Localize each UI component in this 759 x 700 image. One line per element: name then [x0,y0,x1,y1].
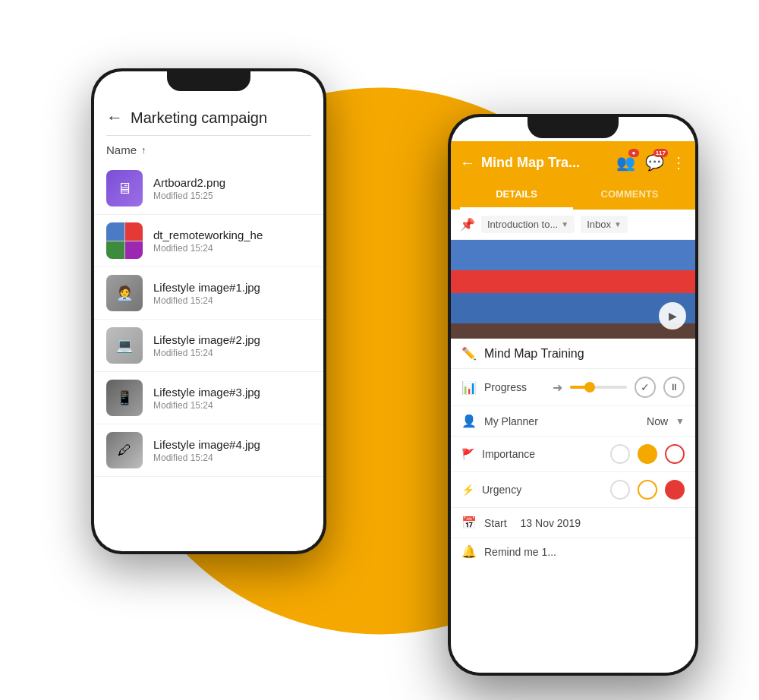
edit-icon: ✏️ [461,346,477,361]
notch-right [528,117,619,138]
importance-row: 🚩 Importance [451,437,695,472]
urgency-option-orange[interactable] [638,480,657,500]
chevron-down-icon: ▼ [561,220,568,229]
file-modified: Modified 15:24 [153,348,311,358]
app-header-row: ← Mind Map Tra... 👥 ● 💬 117 ⋮ [460,147,686,181]
remind-label: Remind me 1... [484,546,556,558]
planner-icon: 👤 [461,414,477,428]
lifestyle-icon: 💻 [116,337,133,354]
list-item[interactable]: dt_remoteworking_he Modified 15:24 [94,215,323,267]
phone-right: ← Mind Map Tra... 👥 ● 💬 117 ⋮ [448,114,698,676]
planner-row: 👤 My Planner Now ▼ [451,406,695,437]
bell-icon: 🔔 [461,544,477,559]
file-thumbnail: 💻 [106,327,143,364]
lightning-icon: ⚡ [461,484,474,496]
comments-badge: 117 [653,149,668,157]
pause-icon: ⏸ [669,382,679,393]
urgency-label: Urgency [482,484,603,496]
header-back-button[interactable]: ← [460,154,475,172]
play-button[interactable]: ▶ [659,302,686,330]
file-name: Lifestyle image#1.jpg [153,281,311,294]
importance-option-orange[interactable] [638,444,657,464]
monitor-icon: 🖥 [117,180,132,197]
task-image: ▶ [451,240,695,339]
importance-option-empty[interactable] [610,444,630,464]
remind-row: 🔔 Remind me 1... [451,538,695,565]
file-name: Artboard2.png [153,176,311,189]
progress-icon: 📊 [461,380,477,395]
details-content: 📌 Introduction to... ▼ Inbox ▼ [451,210,695,673]
file-info: dt_remoteworking_he Modified 15:24 [153,229,311,254]
phone-left-screen: ← Marketing campaign Name ↑ 🖥 Artboard2. [94,71,323,551]
book-illustration [451,240,695,339]
progress-check-button[interactable]: ✓ [635,377,656,398]
planner-value: Now [647,415,668,427]
chevron-down-icon[interactable]: ▼ [676,416,685,427]
file-modified: Modified 15:24 [153,452,311,463]
phone-left: ← Marketing campaign Name ↑ 🖥 Artboard2. [91,68,326,554]
file-info: Lifestyle image#4.jpg Modified 15:24 [153,438,311,463]
file-thumbnail: 🧑‍💼 [106,275,143,311]
file-info: Lifestyle image#3.jpg Modified 15:24 [153,386,311,411]
name-column-label: Name [106,143,137,156]
importance-label: Importance [482,448,603,460]
users-button[interactable]: 👥 ● [613,150,638,175]
calendar-icon: 📅 [461,516,477,530]
progress-pause-button[interactable]: ⏸ [663,377,685,398]
list-item[interactable]: 📱 Lifestyle image#3.jpg Modified 15:24 [94,372,323,424]
lifestyle-icon: 🧑‍💼 [116,285,133,301]
file-modified: Modified 15:24 [153,400,311,411]
notch-left [167,71,250,91]
task-title-row: ✏️ Mind Map Training [451,339,695,369]
urgency-row: ⚡ Urgency [451,472,695,508]
phone-right-screen: ← Mind Map Tra... 👥 ● 💬 117 ⋮ [451,117,695,673]
name-sort-header[interactable]: Name ↑ [94,136,323,162]
flag-icon: 🚩 [461,448,474,460]
urgency-option-red[interactable] [665,480,685,500]
marketing-campaign-title: Marketing campaign [131,109,267,127]
file-thumbnail: 🖥 [106,170,143,207]
comments-button[interactable]: 💬 117 [642,150,666,175]
tab-row: DETAILS COMMENTS [460,181,686,210]
users-badge: ● [628,149,639,157]
file-modified: Modified 15:24 [153,243,311,254]
task-title: Mind Map Training [484,347,584,361]
progress-track[interactable] [570,386,627,389]
progress-thumb [584,382,595,393]
file-name: Lifestyle image#3.jpg [153,386,311,399]
file-info: Lifestyle image#1.jpg Modified 15:24 [153,281,311,306]
phone-left-content: ← Marketing campaign Name ↑ 🖥 Artboard2. [94,71,323,477]
file-thumbnail: 📱 [106,380,143,416]
list-item[interactable]: 💻 Lifestyle image#2.jpg Modified 15:24 [94,320,323,372]
sort-arrow-icon: ↑ [141,144,146,156]
back-arrow-icon[interactable]: ← [106,108,123,128]
section-dropdown[interactable]: Introduction to... ▼ [481,216,575,233]
inbox-dropdown[interactable]: Inbox ▼ [581,216,628,233]
start-date: 13 Nov 2019 [521,517,581,529]
file-info: Artboard2.png Modified 15:25 [153,176,311,201]
urgency-option-empty[interactable] [610,480,630,500]
file-modified: Modified 15:25 [153,191,311,201]
file-name: dt_remoteworking_he [153,229,311,241]
book-layer [451,323,695,339]
file-name: Lifestyle image#2.jpg [153,333,311,346]
file-modified: Modified 15:24 [153,295,311,306]
check-icon: ✓ [641,381,650,393]
progress-arrow-icon: ➜ [553,380,562,395]
list-item[interactable]: 🖊 Lifestyle image#4.jpg Modified 15:24 [94,424,323,477]
tab-comments[interactable]: COMMENTS [573,181,686,210]
planner-label: My Planner [484,415,639,427]
more-options-button[interactable]: ⋮ [671,153,686,172]
app-header: ← Mind Map Tra... 👥 ● 💬 117 ⋮ [451,141,695,210]
phone-right-content: ← Mind Map Tra... 👥 ● 💬 117 ⋮ [451,117,695,673]
file-info: Lifestyle image#2.jpg Modified 15:24 [153,333,311,358]
header-icons: 👥 ● 💬 117 ⋮ [613,150,686,175]
importance-option-red[interactable] [665,444,685,464]
list-item[interactable]: 🖥 Artboard2.png Modified 15:25 [94,162,323,215]
tab-details[interactable]: DETAILS [460,181,573,210]
start-row: 📅 Start 13 Nov 2019 [451,508,695,538]
list-item[interactable]: 🧑‍💼 Lifestyle image#1.jpg Modified 15:24 [94,267,323,320]
start-label: Start [484,517,507,529]
lifestyle-icon: 🖊 [118,443,131,459]
book-layer [451,240,695,270]
